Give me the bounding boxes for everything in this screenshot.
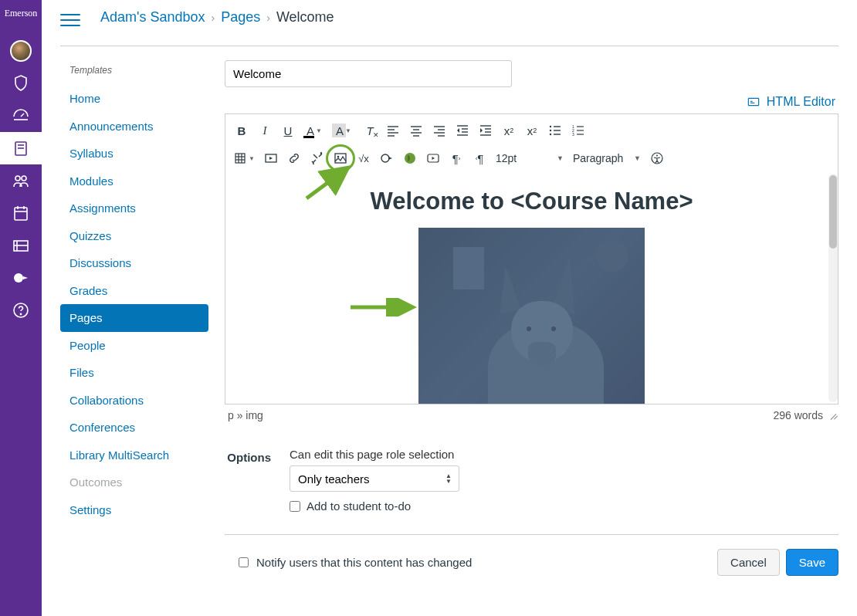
nav-collaborations[interactable]: Collaborations [60,387,211,415]
dashboard-icon[interactable] [0,100,42,132]
page-title-input[interactable] [225,60,512,87]
accessibility-checker-button[interactable] [645,147,669,169]
editor-scrollbar[interactable] [828,174,838,402]
svg-rect-5 [15,208,27,220]
editor-body[interactable]: Welcome to <Course Name> [225,172,838,404]
role-selection-label: Can edit this page role selection [290,448,838,461]
role-select[interactable]: Only teachers [290,465,459,492]
nav-pages[interactable]: Pages [60,304,208,332]
svg-marker-35 [457,128,459,133]
svg-marker-59 [269,157,273,160]
svg-point-64 [337,156,340,158]
nav-conferences[interactable]: Conferences [60,414,211,442]
options-label: Options [225,448,271,513]
svg-point-4 [22,176,26,181]
bullet-list-button[interactable] [544,120,567,141]
editor-path[interactable]: p » img [228,409,263,421]
link-button[interactable] [283,147,306,169]
word-count: 296 words [773,409,823,421]
background-color-button[interactable]: A▼ [329,120,358,141]
indent-button[interactable] [474,120,497,141]
admin-icon[interactable] [0,67,42,100]
breadcrumb: Adam's Sandbox › Pages › Welcome [100,9,334,25]
todo-checkbox-label: Add to student to-do [307,499,411,513]
notify-checkbox-row[interactable]: Notify users that this content has chang… [239,556,472,569]
notify-checkbox-label: Notify users that this content has chang… [256,556,472,569]
help-icon[interactable] [0,294,42,327]
svg-rect-16 [749,98,759,105]
align-center-button[interactable] [405,120,428,141]
youtube-button[interactable] [422,147,445,169]
todo-checkbox-row[interactable]: Add to student to-do [290,499,838,513]
numbered-list-button[interactable]: 123 [567,120,590,141]
nav-discussions[interactable]: Discussions [60,249,211,277]
svg-marker-40 [480,128,483,133]
inbox-icon[interactable] [0,229,42,262]
svg-marker-67 [432,157,435,160]
align-right-button[interactable] [428,120,451,141]
subscript-button[interactable]: x2 [520,120,544,141]
breadcrumb-course[interactable]: Adam's Sandbox [100,9,205,25]
commons-icon[interactable] [0,262,42,294]
kaltura-button[interactable] [398,147,422,169]
equation-button[interactable]: √x [352,147,375,169]
breadcrumb-section[interactable]: Pages [221,9,260,25]
content-heading: Welcome to <Course Name> [238,188,825,215]
bold-button[interactable]: B [230,120,253,141]
course-nav-section-label: Templates [60,62,211,85]
nav-outcomes[interactable]: Outcomes [60,469,211,496]
institution-logo[interactable]: Emerson [5,8,38,19]
course-nav-toggle[interactable] [60,10,80,25]
svg-point-43 [550,134,551,135]
nav-grades[interactable]: Grades [60,277,211,305]
html-editor-toggle[interactable]: HTML Editor [747,95,835,108]
rtl-button[interactable]: ‹¶ [468,147,491,169]
svg-point-15 [20,313,21,314]
text-color-button[interactable]: A▼ [300,120,329,141]
resize-handle-icon[interactable] [828,414,835,421]
nav-home[interactable]: Home [60,85,211,113]
nav-assignments[interactable]: Assignments [60,195,211,222]
svg-point-65 [381,154,389,162]
media-button[interactable] [259,147,283,169]
cancel-button[interactable]: Cancel [717,549,780,576]
clear-formatting-button[interactable]: T✕ [358,120,381,141]
align-left-button[interactable] [381,120,405,141]
nav-quizzes[interactable]: Quizzes [60,222,211,250]
account-avatar[interactable] [0,35,42,67]
embed-image-button[interactable] [329,147,352,169]
unlink-button[interactable] [306,147,329,169]
insert-link-button[interactable] [375,147,398,169]
todo-checkbox[interactable] [290,501,300,512]
groups-icon[interactable] [0,164,42,197]
svg-line-62 [312,161,313,163]
svg-text:3: 3 [572,132,574,137]
svg-point-42 [550,130,551,131]
rich-content-editor: B I U A▼ A▼ T✕ x2 x2 123 [225,113,838,404]
superscript-button[interactable]: x2 [497,120,520,141]
svg-line-60 [313,154,317,158]
italic-button[interactable]: I [253,120,276,141]
notify-checkbox[interactable] [239,557,249,567]
nav-syllabus[interactable]: Syllabus [60,140,211,168]
ltr-button[interactable]: ¶› [445,147,468,169]
outdent-button[interactable] [451,120,474,141]
breadcrumb-current: Welcome [276,9,334,25]
block-format-dropdown[interactable]: Paragraph▼ [568,147,645,169]
svg-rect-53 [235,154,245,163]
font-size-dropdown[interactable]: 12pt▼ [491,147,568,169]
nav-announcements[interactable]: Announcements [60,113,211,140]
nav-library-multisearch[interactable]: Library MultiSearch [60,442,211,469]
courses-icon[interactable] [0,132,42,164]
global-nav: Emerson [0,0,42,616]
nav-files[interactable]: Files [60,359,211,387]
nav-settings[interactable]: Settings [60,496,211,524]
nav-modules[interactable]: Modules [60,168,211,195]
content-image[interactable] [418,228,645,404]
underline-button[interactable]: U [276,120,300,141]
chevron-right-icon: › [212,12,215,24]
table-button[interactable]: ▼ [230,147,259,169]
nav-people[interactable]: People [60,332,211,360]
save-button[interactable]: Save [786,549,838,576]
calendar-icon[interactable] [0,197,42,229]
